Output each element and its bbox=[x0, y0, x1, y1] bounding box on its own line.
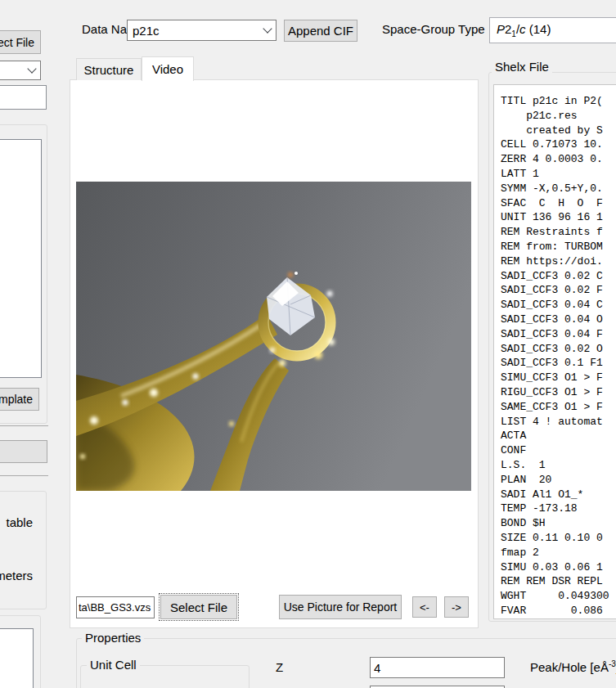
space-group-value: P21/c (14) bbox=[497, 22, 551, 38]
app-window: ect File mplate table meters Data Name p… bbox=[0, 0, 616, 688]
sidebar-bottom-list[interactable] bbox=[0, 628, 34, 688]
sidebar-lower-group-box bbox=[0, 491, 47, 609]
select-file-button[interactable]: Select File bbox=[160, 595, 237, 619]
video-file-path-field[interactable] bbox=[76, 596, 155, 618]
previous-picture-button[interactable]: <- bbox=[412, 596, 437, 618]
sidebar-divider-top bbox=[0, 425, 48, 426]
tab-structure[interactable]: Structure bbox=[76, 58, 142, 80]
sidebar-divider-bottom bbox=[0, 475, 48, 476]
crystal-photo bbox=[76, 182, 471, 491]
sidebar-text-field[interactable] bbox=[0, 85, 47, 110]
chevron-down-icon bbox=[27, 64, 36, 73]
sidebar-combobox[interactable] bbox=[0, 61, 41, 80]
z-label: Z bbox=[276, 660, 283, 674]
sidebar-list-box[interactable] bbox=[0, 139, 42, 378]
sidebar-template-button[interactable]: mplate bbox=[0, 388, 39, 411]
peak-hole-label: Peak/Hole [eÅ-3] bbox=[530, 659, 616, 674]
sidebar-select-file-button[interactable]: ect File bbox=[0, 30, 41, 54]
tab-video[interactable]: Video bbox=[142, 56, 194, 81]
sidebar-label-table: table bbox=[0, 515, 33, 529]
shelx-file-text[interactable]: TITL p21c in P2( p21c.res created by S C… bbox=[493, 84, 616, 619]
append-cif-button[interactable]: Append CIF bbox=[284, 20, 357, 42]
data-name-combobox-value: p21c bbox=[133, 24, 160, 38]
space-group-type-label: Space-Group Type bbox=[382, 22, 485, 36]
next-picture-button[interactable]: -> bbox=[444, 596, 469, 618]
chevron-down-icon bbox=[263, 24, 272, 33]
data-name-combobox[interactable]: p21c bbox=[127, 20, 277, 41]
sidebar-wide-button[interactable] bbox=[0, 440, 47, 463]
use-picture-for-report-button[interactable]: Use Picture for Report bbox=[279, 595, 402, 619]
unit-cell-group-title: Unit Cell bbox=[87, 658, 140, 672]
properties-group-title: Properties bbox=[82, 631, 144, 645]
sidebar-label-meters: meters bbox=[0, 569, 33, 582]
shelx-group-title: Shelx File bbox=[492, 60, 552, 74]
space-group-field[interactable]: P21/c (14) bbox=[489, 17, 616, 43]
z-value-field[interactable] bbox=[370, 657, 505, 678]
